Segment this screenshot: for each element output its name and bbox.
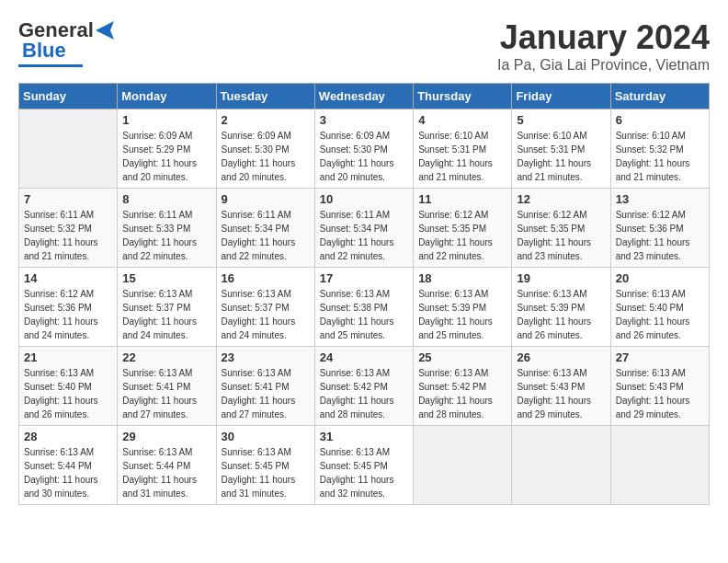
daylight-text: Daylight: 11 hours and 21 minutes.: [616, 158, 690, 182]
day-info: Sunrise: 6:10 AM Sunset: 5:32 PM Dayligh…: [616, 129, 704, 184]
sunrise-text: Sunrise: 6:13 AM: [24, 368, 94, 378]
day-number: 7: [24, 192, 112, 206]
day-info: Sunrise: 6:13 AM Sunset: 5:45 PM Dayligh…: [320, 445, 408, 500]
calendar-cell: 9 Sunrise: 6:11 AM Sunset: 5:34 PM Dayli…: [216, 189, 314, 268]
sunset-text: Sunset: 5:31 PM: [418, 144, 486, 155]
logo-bird-icon: [96, 21, 118, 40]
calendar-cell: 13 Sunrise: 6:12 AM Sunset: 5:36 PM Dayl…: [610, 189, 709, 268]
sunrise-text: Sunrise: 6:13 AM: [222, 368, 291, 378]
sunset-text: Sunset: 5:40 PM: [24, 382, 92, 392]
day-info: Sunrise: 6:13 AM Sunset: 5:44 PM Dayligh…: [122, 445, 210, 500]
day-info: Sunrise: 6:13 AM Sunset: 5:40 PM Dayligh…: [616, 287, 704, 342]
svg-marker-0: [96, 21, 114, 40]
sunrise-text: Sunrise: 6:13 AM: [517, 289, 586, 299]
page-subtitle: Ia Pa, Gia Lai Province, Vietnam: [497, 57, 710, 74]
calendar-table: SundayMondayTuesdayWednesdayThursdayFrid…: [18, 83, 710, 505]
day-info: Sunrise: 6:11 AM Sunset: 5:34 PM Dayligh…: [320, 208, 408, 263]
daylight-text: Daylight: 11 hours and 28 minutes.: [418, 396, 493, 419]
daylight-text: Daylight: 11 hours and 30 minutes.: [24, 475, 98, 499]
sunset-text: Sunset: 5:42 PM: [320, 382, 388, 392]
day-number: 14: [24, 271, 112, 285]
calendar-cell: 14 Sunrise: 6:12 AM Sunset: 5:36 PM Dayl…: [19, 268, 118, 347]
day-info: Sunrise: 6:13 AM Sunset: 5:40 PM Dayligh…: [24, 366, 112, 421]
sunset-text: Sunset: 5:40 PM: [616, 303, 684, 313]
day-number: 27: [616, 350, 704, 364]
daylight-text: Daylight: 11 hours and 22 minutes.: [222, 237, 296, 261]
sunrise-text: Sunrise: 6:13 AM: [418, 289, 488, 299]
sunset-text: Sunset: 5:41 PM: [122, 382, 190, 392]
day-info: Sunrise: 6:09 AM Sunset: 5:30 PM Dayligh…: [320, 129, 408, 184]
sunset-text: Sunset: 5:35 PM: [517, 224, 585, 234]
calendar-cell: 15 Sunrise: 6:13 AM Sunset: 5:37 PM Dayl…: [118, 268, 216, 347]
logo-blue: Blue: [22, 39, 66, 63]
daylight-text: Daylight: 11 hours and 22 minutes.: [418, 237, 493, 261]
sunrise-text: Sunrise: 6:13 AM: [122, 289, 192, 299]
calendar-cell: 7 Sunrise: 6:11 AM Sunset: 5:32 PM Dayli…: [19, 189, 118, 268]
day-number: 30: [222, 430, 310, 443]
day-info: Sunrise: 6:13 AM Sunset: 5:39 PM Dayligh…: [418, 287, 506, 342]
day-number: 10: [320, 192, 408, 206]
calendar-cell: 26 Sunrise: 6:13 AM Sunset: 5:43 PM Dayl…: [512, 347, 610, 426]
daylight-text: Daylight: 11 hours and 20 minutes.: [222, 158, 296, 182]
daylight-text: Daylight: 11 hours and 20 minutes.: [320, 158, 394, 182]
day-number: 24: [320, 350, 408, 364]
calendar-week-row: 7 Sunrise: 6:11 AM Sunset: 5:32 PM Dayli…: [19, 189, 710, 268]
calendar-header-row: SundayMondayTuesdayWednesdayThursdayFrid…: [19, 84, 710, 109]
calendar-header-friday: Friday: [512, 84, 610, 109]
calendar-header-tuesday: Tuesday: [216, 84, 314, 109]
calendar-cell: [414, 426, 512, 505]
day-info: Sunrise: 6:13 AM Sunset: 5:42 PM Dayligh…: [320, 366, 408, 421]
sunrise-text: Sunrise: 6:09 AM: [320, 131, 390, 141]
day-number: 3: [320, 113, 408, 127]
calendar-header-sunday: Sunday: [19, 84, 118, 109]
daylight-text: Daylight: 11 hours and 29 minutes.: [616, 396, 690, 419]
day-info: Sunrise: 6:13 AM Sunset: 5:45 PM Dayligh…: [222, 445, 310, 500]
day-info: Sunrise: 6:13 AM Sunset: 5:41 PM Dayligh…: [222, 366, 310, 421]
sunrise-text: Sunrise: 6:11 AM: [320, 210, 390, 220]
daylight-text: Daylight: 11 hours and 22 minutes.: [320, 237, 394, 261]
day-info: Sunrise: 6:12 AM Sunset: 5:35 PM Dayligh…: [517, 208, 605, 263]
sunrise-text: Sunrise: 6:12 AM: [616, 210, 686, 220]
sunset-text: Sunset: 5:39 PM: [418, 303, 486, 313]
sunset-text: Sunset: 5:35 PM: [418, 224, 486, 234]
sunset-text: Sunset: 5:30 PM: [222, 144, 290, 155]
sunrise-text: Sunrise: 6:09 AM: [222, 131, 291, 141]
sunset-text: Sunset: 5:42 PM: [418, 382, 486, 392]
sunrise-text: Sunrise: 6:13 AM: [24, 447, 94, 457]
sunrise-text: Sunrise: 6:09 AM: [122, 131, 192, 141]
day-info: Sunrise: 6:13 AM Sunset: 5:37 PM Dayligh…: [122, 287, 210, 342]
calendar-cell: 21 Sunrise: 6:13 AM Sunset: 5:40 PM Dayl…: [19, 347, 118, 426]
daylight-text: Daylight: 11 hours and 27 minutes.: [122, 396, 197, 419]
daylight-text: Daylight: 11 hours and 23 minutes.: [616, 237, 690, 261]
title-block: January 2024 Ia Pa, Gia Lai Province, Vi…: [497, 18, 710, 74]
calendar-cell: 28 Sunrise: 6:13 AM Sunset: 5:44 PM Dayl…: [19, 426, 118, 505]
sunrise-text: Sunrise: 6:13 AM: [122, 447, 192, 457]
day-number: 20: [616, 271, 704, 285]
calendar-week-row: 14 Sunrise: 6:12 AM Sunset: 5:36 PM Dayl…: [19, 268, 710, 347]
calendar-cell: 4 Sunrise: 6:10 AM Sunset: 5:31 PM Dayli…: [414, 109, 512, 189]
daylight-text: Daylight: 11 hours and 20 minutes.: [122, 158, 197, 182]
calendar-cell: 6 Sunrise: 6:10 AM Sunset: 5:32 PM Dayli…: [610, 109, 709, 189]
day-number: 21: [24, 350, 112, 364]
day-info: Sunrise: 6:13 AM Sunset: 5:43 PM Dayligh…: [517, 366, 605, 421]
calendar-cell: 19 Sunrise: 6:13 AM Sunset: 5:39 PM Dayl…: [512, 268, 610, 347]
day-info: Sunrise: 6:12 AM Sunset: 5:36 PM Dayligh…: [616, 208, 704, 263]
day-info: Sunrise: 6:11 AM Sunset: 5:34 PM Dayligh…: [222, 208, 310, 263]
day-number: 26: [517, 350, 605, 364]
sunset-text: Sunset: 5:32 PM: [616, 144, 684, 155]
sunrise-text: Sunrise: 6:11 AM: [122, 210, 192, 220]
daylight-text: Daylight: 11 hours and 24 minutes.: [24, 316, 98, 340]
daylight-text: Daylight: 11 hours and 25 minutes.: [320, 316, 394, 340]
day-number: 17: [320, 271, 408, 285]
calendar-cell: 18 Sunrise: 6:13 AM Sunset: 5:39 PM Dayl…: [414, 268, 512, 347]
sunrise-text: Sunrise: 6:13 AM: [222, 447, 291, 457]
sunrise-text: Sunrise: 6:12 AM: [517, 210, 586, 220]
sunset-text: Sunset: 5:36 PM: [24, 303, 92, 313]
daylight-text: Daylight: 11 hours and 24 minutes.: [122, 316, 197, 340]
sunrise-text: Sunrise: 6:13 AM: [517, 368, 586, 378]
daylight-text: Daylight: 11 hours and 27 minutes.: [222, 396, 296, 419]
day-info: Sunrise: 6:11 AM Sunset: 5:33 PM Dayligh…: [122, 208, 210, 263]
sunset-text: Sunset: 5:34 PM: [320, 224, 388, 234]
day-info: Sunrise: 6:10 AM Sunset: 5:31 PM Dayligh…: [517, 129, 605, 184]
calendar-cell: 27 Sunrise: 6:13 AM Sunset: 5:43 PM Dayl…: [610, 347, 709, 426]
